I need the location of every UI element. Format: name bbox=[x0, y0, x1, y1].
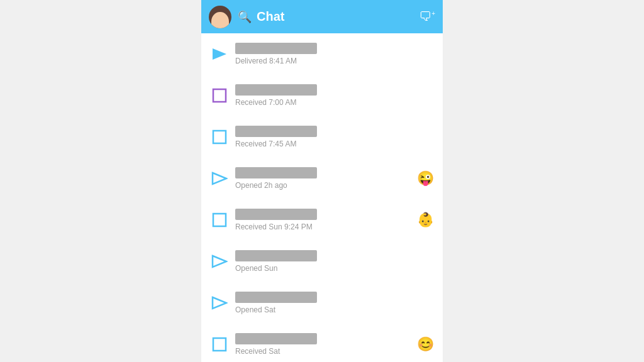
square-received-outline-icon bbox=[210, 128, 229, 146]
square-received-outline-icon bbox=[210, 211, 229, 229]
avatar[interactable] bbox=[209, 6, 231, 28]
right-background bbox=[443, 0, 644, 362]
name-bar bbox=[235, 292, 317, 303]
chat-item-4[interactable]: Opened 2h ago😜 bbox=[201, 158, 443, 199]
arrow-opened-icon bbox=[210, 252, 229, 271]
arrow-opened-icon bbox=[210, 293, 229, 312]
chat-item-7[interactable]: Opened Sat bbox=[201, 282, 443, 324]
name-bar bbox=[235, 333, 317, 344]
chat-content: Received 7:45 AM bbox=[235, 126, 434, 148]
chat-content: Received 7:00 AM bbox=[235, 84, 434, 107]
emoji-badge: 👶 bbox=[417, 212, 434, 228]
square-received-outline-icon bbox=[210, 335, 229, 354]
header: 🔍 Chat 🗨+ bbox=[201, 0, 443, 33]
chat-content: Delivered 8:41 AM bbox=[235, 43, 434, 65]
chat-content: Received Sun 9:24 PM bbox=[235, 209, 412, 231]
name-bar bbox=[235, 250, 317, 261]
svg-marker-6 bbox=[213, 297, 226, 309]
svg-rect-7 bbox=[213, 338, 226, 351]
emoji-badge: 😊 bbox=[417, 336, 434, 353]
header-title: Chat bbox=[257, 9, 419, 24]
status-text: Opened Sun bbox=[235, 264, 434, 273]
status-text: Received 7:45 AM bbox=[235, 140, 434, 148]
emoji-badge: 😜 bbox=[417, 170, 434, 187]
chat-content: Opened Sat bbox=[235, 292, 434, 314]
chat-item-5[interactable]: Received Sun 9:24 PM👶 bbox=[201, 199, 443, 241]
svg-rect-2 bbox=[213, 131, 226, 143]
svg-marker-0 bbox=[213, 48, 226, 60]
chat-list: Delivered 8:41 AMReceived 7:00 AMReceive… bbox=[201, 33, 443, 362]
name-bar bbox=[235, 209, 317, 220]
chat-content: Opened Sun bbox=[235, 250, 434, 273]
name-bar bbox=[235, 43, 317, 54]
status-text: Received 7:00 AM bbox=[235, 98, 434, 107]
status-text: Received Sun 9:24 PM bbox=[235, 222, 412, 231]
svg-rect-1 bbox=[213, 89, 226, 102]
arrow-opened-icon bbox=[210, 169, 229, 188]
status-text: Opened Sat bbox=[235, 305, 434, 314]
chat-content: Opened 2h ago bbox=[235, 167, 412, 190]
svg-marker-5 bbox=[213, 256, 226, 267]
chat-item-2[interactable]: Received 7:00 AM bbox=[201, 75, 443, 116]
chat-content: Received Sat bbox=[235, 333, 412, 356]
new-chat-icon[interactable]: 🗨+ bbox=[419, 9, 435, 24]
chat-item-8[interactable]: Received Sat😊 bbox=[201, 324, 443, 362]
status-text: Delivered 8:41 AM bbox=[235, 57, 434, 65]
arrow-sent-icon bbox=[210, 45, 229, 63]
avatar-face bbox=[211, 12, 229, 28]
chat-item-3[interactable]: Received 7:45 AM bbox=[201, 116, 443, 158]
left-background bbox=[0, 0, 201, 362]
name-bar bbox=[235, 167, 317, 178]
app-container: 🔍 Chat 🗨+ Delivered 8:41 AMReceived 7:00… bbox=[201, 0, 443, 362]
search-icon[interactable]: 🔍 bbox=[238, 10, 252, 24]
svg-marker-3 bbox=[213, 173, 226, 184]
chat-item-6[interactable]: Opened Sun bbox=[201, 241, 443, 282]
name-bar bbox=[235, 84, 317, 96]
status-text: Opened 2h ago bbox=[235, 181, 412, 190]
chat-item-1[interactable]: Delivered 8:41 AM bbox=[201, 33, 443, 75]
status-text: Received Sat bbox=[235, 347, 412, 356]
name-bar bbox=[235, 126, 317, 137]
svg-rect-4 bbox=[213, 214, 226, 226]
square-received-filled-icon bbox=[210, 86, 229, 105]
